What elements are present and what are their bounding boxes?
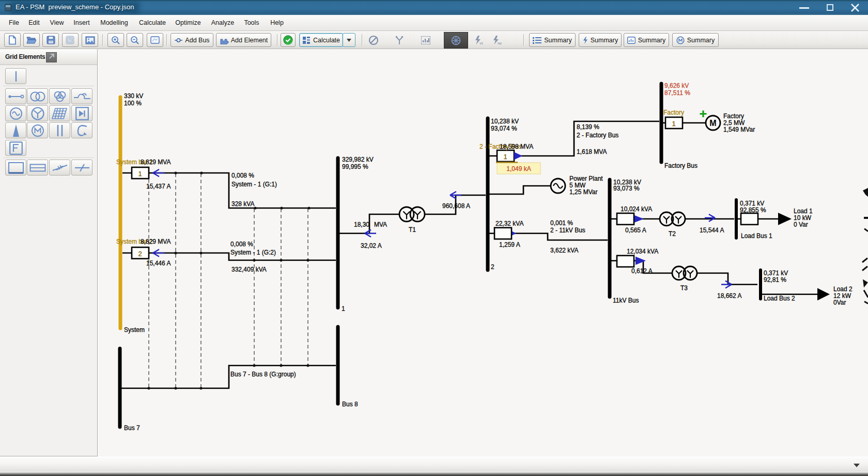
- svg-text:8,829 MVA: 8,829 MVA: [141, 238, 171, 245]
- svg-text:18,598 MVA: 18,598 MVA: [500, 143, 533, 150]
- svg-text:2: 2: [491, 263, 494, 271]
- svg-text:Factory: Factory: [663, 109, 684, 116]
- svg-text:99,995 %: 99,995 %: [342, 163, 368, 170]
- svg-text:1,25 MVar: 1,25 MVar: [569, 188, 597, 196]
- svg-text:1: 1: [138, 170, 142, 178]
- svg-text:93,073 %: 93,073 %: [613, 185, 640, 192]
- svg-text:0,371 kV: 0,371 kV: [764, 269, 788, 277]
- svg-text:2 - 11kV Bus: 2 - 11kV Bus: [550, 227, 585, 234]
- svg-text:T3: T3: [680, 284, 688, 292]
- svg-text:2: 2: [138, 250, 142, 258]
- svg-text:Factory: Factory: [723, 113, 744, 120]
- svg-text:Load 2: Load 2: [833, 285, 853, 293]
- svg-text:10,238 kV: 10,238 kV: [491, 118, 519, 125]
- svg-text:1,049 kA: 1,049 kA: [506, 165, 531, 172]
- svg-text:5 MW: 5 MW: [569, 182, 586, 189]
- svg-text:1: 1: [503, 153, 507, 161]
- svg-text:11kV Bus: 11kV Bus: [613, 297, 639, 304]
- svg-text:15,437 A: 15,437 A: [146, 183, 171, 190]
- svg-text:0Var: 0Var: [833, 299, 846, 306]
- svg-text:8,139 %: 8,139 %: [577, 123, 599, 131]
- svg-text:VG: VG: [479, 42, 483, 45]
- svg-text:10 kW: 10 kW: [794, 214, 812, 221]
- svg-text:12,034 kVA: 12,034 kVA: [627, 248, 658, 255]
- svg-text:0 Var: 0 Var: [794, 221, 808, 228]
- svg-text:0,008 %: 0,008 %: [231, 172, 254, 179]
- svg-text:87,511 %: 87,511 %: [664, 89, 690, 97]
- svg-text:1,549 MVar: 1,549 MVar: [723, 126, 755, 133]
- svg-text:15,544 A: 15,544 A: [700, 227, 724, 234]
- svg-text:329,982 kV: 329,982 kV: [342, 156, 374, 163]
- svg-text:0,001 %: 0,001 %: [550, 219, 573, 227]
- svg-text:Bus 7 - Bus 8 (G:group): Bus 7 - Bus 8 (G:group): [230, 371, 296, 378]
- svg-text:92,855 %: 92,855 %: [740, 207, 766, 214]
- svg-text:Bus 8: Bus 8: [342, 401, 358, 408]
- svg-text:Load Bus 2: Load Bus 2: [764, 295, 795, 302]
- svg-text:18,662 A: 18,662 A: [717, 292, 741, 299]
- svg-text:0,565 A: 0,565 A: [625, 227, 646, 234]
- svg-text:Factory Bus: Factory Bus: [664, 162, 698, 169]
- svg-text:Nd: Nd: [498, 42, 502, 45]
- svg-text:2 - Factory Bus: 2 - Factory Bus: [577, 132, 618, 139]
- svg-text:9,626 kV: 9,626 kV: [664, 82, 689, 89]
- svg-text:100 %: 100 %: [124, 100, 142, 107]
- svg-text:Load 1: Load 1: [794, 208, 813, 215]
- svg-text:960,608 A: 960,608 A: [442, 202, 470, 210]
- svg-text:1: 1: [672, 120, 675, 128]
- svg-text:330 kV: 330 kV: [124, 92, 143, 100]
- svg-text:15,446 A: 15,446 A: [146, 260, 171, 267]
- svg-text:Power Plant: Power Plant: [569, 175, 603, 182]
- svg-text:3,622 kVA: 3,622 kVA: [550, 247, 578, 254]
- svg-text:92,81 %: 92,81 %: [764, 276, 786, 283]
- svg-text:T1: T1: [409, 226, 416, 233]
- svg-text:Load Bus 1: Load Bus 1: [741, 232, 772, 240]
- svg-text:M: M: [709, 119, 716, 128]
- svg-text:T2: T2: [669, 230, 676, 237]
- svg-text:1,259 A: 1,259 A: [499, 241, 520, 248]
- svg-text:MVA: MVA: [374, 221, 387, 228]
- svg-text:10,024 kVA: 10,024 kVA: [621, 205, 652, 213]
- svg-text:0,371 kV: 0,371 kV: [740, 200, 764, 207]
- svg-text:32,02 A: 32,02 A: [361, 242, 382, 249]
- svg-text:1,618 MVA: 1,618 MVA: [577, 148, 607, 155]
- svg-text:8,829 MVA: 8,829 MVA: [141, 158, 171, 166]
- svg-text:93,074 %: 93,074 %: [491, 125, 517, 132]
- svg-text:System - 1 (G:2): System - 1 (G:2): [230, 249, 276, 256]
- svg-text:Bus 7: Bus 7: [124, 424, 140, 432]
- svg-text:328 kVA: 328 kVA: [231, 200, 254, 208]
- svg-text:18,30: 18,30: [354, 221, 369, 228]
- svg-text:12 kW: 12 kW: [833, 292, 851, 299]
- svg-text:2,5 MW: 2,5 MW: [723, 119, 745, 126]
- svg-text:System - 1 (G:1): System - 1 (G:1): [231, 181, 277, 188]
- svg-text:22,32 kVA: 22,32 kVA: [495, 220, 523, 227]
- svg-text:0,612 A: 0,612 A: [631, 267, 653, 275]
- svg-text:0,008 %: 0,008 %: [230, 241, 253, 248]
- svg-text:332,409 kVA: 332,409 kVA: [231, 266, 267, 273]
- svg-text:System: System: [124, 326, 145, 334]
- svg-text:1: 1: [342, 305, 345, 312]
